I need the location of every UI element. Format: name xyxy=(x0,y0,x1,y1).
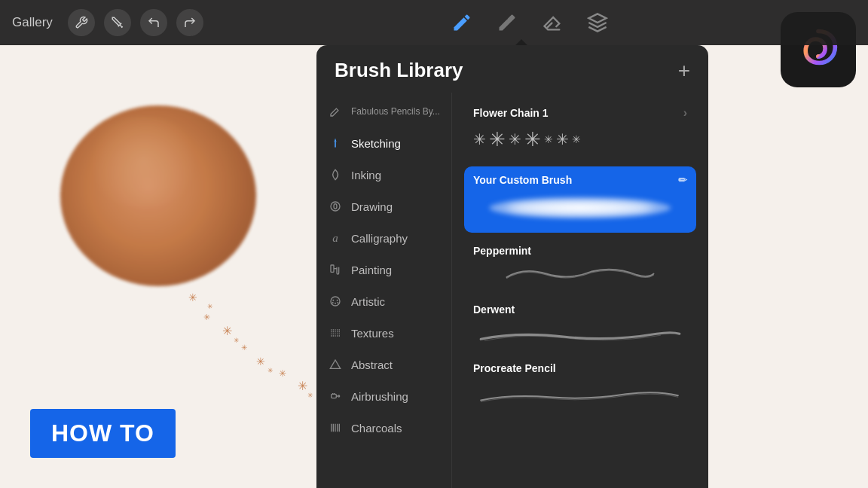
flower-star-3: ✳ xyxy=(509,130,521,148)
sidebar-item-sketching[interactable]: Sketching xyxy=(316,127,451,159)
brush-item-flower-chain[interactable]: Flower Chain 1 › ✳ ✳ ✳ ✳ ✳ ✳ ✳ xyxy=(464,99,696,162)
flower-star-7: ✳ xyxy=(572,133,581,145)
flower-star-4: ✳ xyxy=(524,128,541,151)
svg-text:✳: ✳ xyxy=(234,337,240,344)
inking-label: Inking xyxy=(351,169,381,181)
svg-point-28 xyxy=(332,300,334,301)
brush-list: Flower Chain 1 › ✳ ✳ ✳ ✳ ✳ ✳ ✳ Your Cust… xyxy=(452,93,708,488)
brush-item-custom[interactable]: Your Custom Brush ✏ xyxy=(464,166,696,233)
add-brush-button[interactable]: + xyxy=(678,60,690,81)
svg-line-2 xyxy=(121,26,123,28)
airbrushing-label: Airbrushing xyxy=(351,390,408,403)
svg-text:✳: ✳ xyxy=(307,392,313,399)
brush-item-derwent[interactable]: Derwent xyxy=(464,296,696,350)
artistic-icon xyxy=(327,293,344,310)
flower-chain-label: Flower Chain 1 xyxy=(473,107,549,119)
panel-header: Brush Library + xyxy=(316,45,708,93)
svg-text:✳: ✳ xyxy=(241,343,247,352)
textures-label: Textures xyxy=(351,327,394,340)
flower-star-2: ✳ xyxy=(489,128,506,151)
sketching-label: Sketching xyxy=(351,137,401,150)
sidebar-item-drawing[interactable]: Drawing xyxy=(316,191,451,222)
svg-text:✳: ✳ xyxy=(188,291,197,303)
svg-point-27 xyxy=(331,297,340,306)
procreate-pencil-preview xyxy=(473,379,687,401)
sidebar-item-artistic[interactable]: Artistic xyxy=(316,285,451,317)
flower-star-5: ✳ xyxy=(544,133,553,145)
custom-brush-edit-icon: ✏ xyxy=(678,174,687,186)
sidebar-item-textures[interactable]: Textures xyxy=(316,317,451,349)
textures-icon xyxy=(327,325,344,341)
fabulous-label: Fabulous Pencils By... xyxy=(351,106,440,117)
brush-painting xyxy=(60,105,256,286)
svg-point-23 xyxy=(816,54,821,59)
flower-chain-arrow: › xyxy=(683,106,687,120)
toolbar: Gallery xyxy=(0,0,868,45)
charcoals-icon xyxy=(327,419,344,436)
sidebar-item-abstract[interactable]: Abstract xyxy=(316,349,451,380)
magic-tool[interactable] xyxy=(104,9,131,36)
brush-item-peppermint[interactable]: Peppermint xyxy=(464,237,696,291)
svg-point-30 xyxy=(335,303,336,304)
panel-body: Fabulous Pencils By... Sketching xyxy=(316,93,708,488)
svg-text:✳: ✳ xyxy=(298,380,307,392)
smudge-tool[interactable] xyxy=(497,12,518,33)
redo-tool[interactable] xyxy=(176,9,203,36)
svg-point-32 xyxy=(337,302,338,303)
abstract-label: Abstract xyxy=(351,358,393,371)
svg-text:✳: ✳ xyxy=(207,303,213,310)
wrench-tool[interactable] xyxy=(68,9,95,36)
sidebar-item-inking[interactable]: Inking xyxy=(316,159,451,191)
svg-point-29 xyxy=(337,300,338,301)
sidebar-item-fabulous[interactable]: Fabulous Pencils By... xyxy=(316,96,451,127)
undo-tool[interactable] xyxy=(140,9,167,36)
sidebar-item-painting[interactable]: Painting xyxy=(316,254,451,285)
sketching-icon xyxy=(327,135,344,151)
brush-panel: Brush Library + Fabulous Pencils By... xyxy=(316,45,708,488)
flower-star-1: ✳ xyxy=(473,130,486,148)
sidebar-item-airbrushing[interactable]: Airbrushing xyxy=(316,380,451,412)
calligraphy-label: Calligraphy xyxy=(351,232,408,245)
panel-title: Brush Library xyxy=(335,59,463,82)
charcoals-label: Charcoals xyxy=(351,422,402,435)
categories-list: Fabulous Pencils By... Sketching xyxy=(316,93,452,488)
calligraphy-icon: a xyxy=(327,230,344,246)
toolbar-left: Gallery xyxy=(12,9,203,36)
svg-point-39 xyxy=(338,395,340,397)
fabulous-icon xyxy=(327,103,344,120)
sidebar-item-charcoals[interactable]: Charcoals xyxy=(316,412,451,444)
svg-point-31 xyxy=(332,302,334,303)
svg-text:✳: ✳ xyxy=(203,313,210,322)
layers-tool[interactable] xyxy=(587,12,608,33)
sidebar-item-calligraphy[interactable]: a Calligraphy xyxy=(316,222,451,254)
drawing-icon xyxy=(327,198,344,215)
brush-item-procreate-pencil[interactable]: Procreate Pencil xyxy=(464,355,696,409)
painting-icon xyxy=(327,261,344,278)
custom-brush-preview xyxy=(473,191,687,225)
svg-text:✳: ✳ xyxy=(267,367,274,374)
eraser-tool[interactable] xyxy=(542,12,563,33)
gallery-button[interactable]: Gallery xyxy=(12,15,53,30)
pencil-tool[interactable] xyxy=(451,12,472,33)
custom-brush-stroke xyxy=(489,197,671,218)
peppermint-label: Peppermint xyxy=(473,245,687,257)
custom-brush-label: Your Custom Brush xyxy=(473,174,572,186)
abstract-icon xyxy=(327,356,344,373)
drawing-label: Drawing xyxy=(351,200,393,213)
svg-marker-37 xyxy=(330,360,340,368)
procreate-pencil-label: Procreate Pencil xyxy=(473,362,687,374)
flower-star-6: ✳ xyxy=(556,130,569,148)
svg-text:✳: ✳ xyxy=(222,325,232,337)
svg-rect-26 xyxy=(331,265,334,272)
svg-text:✳: ✳ xyxy=(256,355,265,368)
svg-rect-25 xyxy=(335,142,336,148)
inking-icon xyxy=(327,166,344,183)
derwent-label: Derwent xyxy=(473,303,687,316)
svg-text:✳: ✳ xyxy=(279,368,286,379)
how-to-badge: HOW TO xyxy=(30,409,176,458)
peppermint-preview xyxy=(473,261,687,284)
artistic-label: Artistic xyxy=(351,295,385,308)
svg-marker-3 xyxy=(588,14,606,23)
toolbar-center xyxy=(203,12,856,33)
painting-label: Painting xyxy=(351,264,392,276)
